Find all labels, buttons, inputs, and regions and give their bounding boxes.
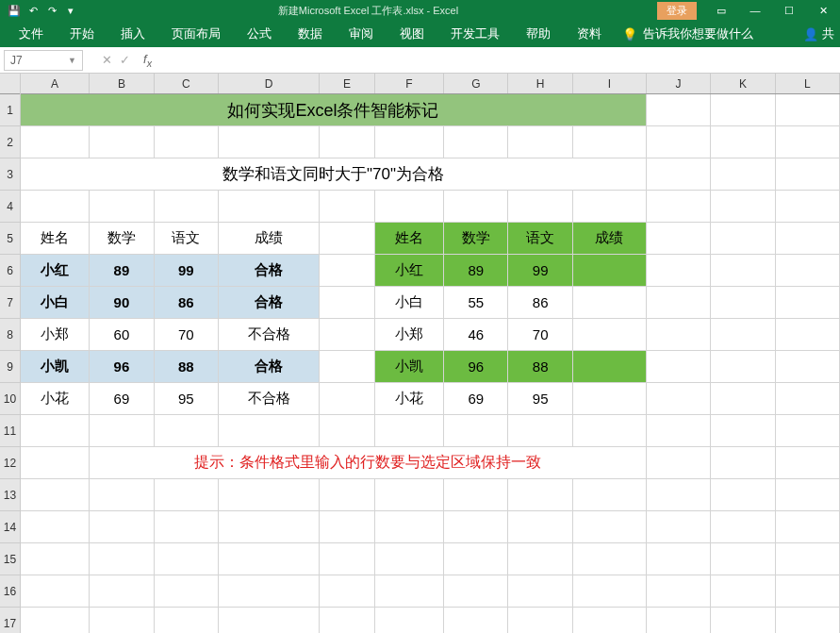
chevron-down-icon[interactable]: ▼ [68,56,76,65]
cell[interactable] [647,319,711,350]
cell[interactable] [647,575,711,607]
tab-insert[interactable]: 插入 [107,21,158,47]
table-cell[interactable] [573,319,647,350]
table-cell[interactable]: 小白 [21,287,90,318]
cell[interactable] [219,543,320,575]
table-cell[interactable]: 89 [90,255,154,286]
cell[interactable] [444,415,508,446]
cell[interactable] [647,158,711,190]
cell[interactable] [219,608,320,633]
column-header-E[interactable]: E [320,74,375,93]
left-header[interactable]: 数学 [90,223,154,254]
cell[interactable] [219,479,320,510]
left-header[interactable]: 语文 [155,223,219,254]
cell[interactable] [776,415,840,446]
cell[interactable] [90,126,154,158]
right-header[interactable]: 数学 [444,223,508,254]
row-header-15[interactable]: 15 [0,543,20,575]
cell[interactable] [320,126,375,158]
row-header-2[interactable]: 2 [0,126,20,158]
row-header-6[interactable]: 6 [0,255,20,287]
table-cell[interactable] [573,383,647,414]
cell[interactable] [21,543,90,575]
cell[interactable] [776,575,840,607]
cell[interactable] [776,351,840,382]
column-header-H[interactable]: H [508,74,572,93]
share-icon[interactable]: 👤 [803,27,818,42]
table-cell[interactable]: 46 [444,319,508,350]
cell[interactable] [647,415,711,446]
cell[interactable] [90,479,154,510]
right-header[interactable]: 姓名 [375,223,444,254]
formula-input[interactable] [152,50,840,71]
column-header-L[interactable]: L [776,74,840,93]
table-cell[interactable]: 99 [508,255,572,286]
tab-review[interactable]: 审阅 [336,21,387,47]
table-cell[interactable]: 55 [444,287,508,318]
table-cell[interactable]: 合格 [219,287,320,318]
table-cell[interactable]: 小花 [21,383,90,414]
row-header-7[interactable]: 7 [0,287,20,319]
cell[interactable] [776,126,840,158]
cell[interactable] [375,511,444,542]
table-cell[interactable]: 小花 [375,383,444,414]
cell[interactable] [320,608,375,633]
table-cell[interactable]: 89 [444,255,508,286]
row-header-5[interactable]: 5 [0,223,20,255]
cell[interactable] [90,575,154,607]
cell[interactable] [219,575,320,607]
enter-formula-icon[interactable]: ✓ [120,53,130,67]
table-cell[interactable] [573,287,647,318]
cell[interactable] [320,479,375,510]
cell[interactable] [90,415,154,446]
table-cell[interactable]: 86 [508,287,572,318]
cell[interactable] [776,158,840,190]
cell[interactable] [776,511,840,542]
qat-dropdown-icon[interactable]: ▾ [62,2,79,19]
tab-formulas[interactable]: 公式 [234,21,285,47]
cell[interactable] [508,479,572,510]
grid[interactable]: 如何实现Excel条件智能标记数学和语文同时大于"70"为合格姓名数学语文成绩姓… [21,94,840,633]
cell[interactable] [647,351,711,382]
cell[interactable] [711,255,775,286]
cell[interactable] [320,351,375,382]
cell[interactable] [320,255,375,286]
cell[interactable] [711,158,775,190]
select-all-corner[interactable] [0,74,20,94]
cell[interactable] [320,383,375,414]
tab-home[interactable]: 开始 [57,21,107,47]
cell[interactable] [776,94,840,125]
table-cell[interactable]: 90 [90,287,154,318]
cell[interactable] [647,608,711,633]
cell[interactable] [375,126,444,158]
table-cell[interactable] [573,255,647,286]
cell[interactable] [320,415,375,446]
cell[interactable] [711,287,775,318]
table-cell[interactable]: 69 [90,383,154,414]
cell[interactable] [711,319,775,350]
column-header-F[interactable]: F [375,74,444,93]
table-cell[interactable]: 小郑 [21,319,90,350]
title-cell[interactable]: 如何实现Excel条件智能标记 [21,94,647,125]
cell[interactable] [375,575,444,607]
right-header[interactable]: 语文 [508,223,572,254]
cell[interactable] [320,319,375,350]
table-cell[interactable]: 小郑 [375,319,444,350]
row-header-17[interactable]: 17 [0,608,20,633]
left-header[interactable]: 姓名 [21,223,90,254]
table-cell[interactable]: 95 [155,383,219,414]
cell[interactable] [90,511,154,542]
cell[interactable] [155,575,219,607]
tell-me[interactable]: 💡 告诉我你想要做什么 [622,25,753,42]
cell[interactable] [776,447,840,478]
name-box[interactable]: J7 ▼ [4,50,83,71]
cancel-formula-icon[interactable]: ✕ [102,53,112,67]
cell[interactable] [776,319,840,350]
cell[interactable] [508,543,572,575]
tab-view[interactable]: 视图 [387,21,437,47]
cell[interactable] [647,94,711,125]
table-cell[interactable]: 96 [90,351,154,382]
row-header-12[interactable]: 12 [0,447,20,479]
cell[interactable] [711,543,775,575]
cell[interactable] [711,447,775,478]
